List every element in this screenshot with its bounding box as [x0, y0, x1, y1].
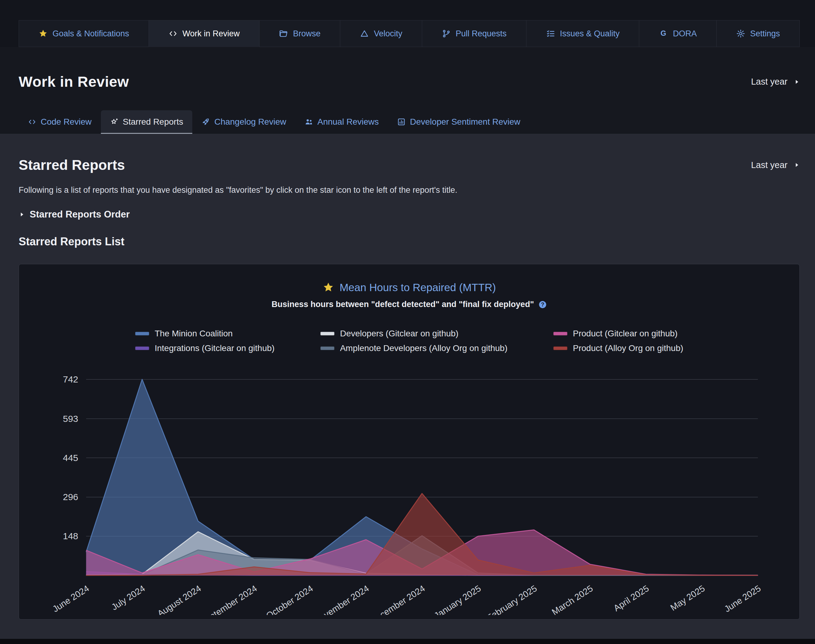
legend-swatch — [553, 347, 567, 350]
top-tab-label: Goals & Notifications — [52, 29, 129, 38]
top-tab-label: Settings — [750, 29, 780, 38]
rocket-icon — [201, 118, 210, 126]
period-label: Last year — [751, 77, 787, 87]
caret-right-icon — [18, 212, 25, 218]
chart-icon — [397, 118, 406, 126]
svg-text:September 2024: September 2024 — [198, 583, 258, 615]
top-tab-label: Issues & Quality — [560, 29, 620, 38]
order-toggle-label: Starred Reports Order — [30, 209, 130, 220]
top-tab-goals-notifications[interactable]: Goals & Notifications — [18, 20, 149, 47]
top-tab-settings[interactable]: Settings — [716, 20, 800, 47]
svg-text:148: 148 — [63, 531, 78, 541]
bottom-strip — [0, 639, 815, 644]
favorite-star-icon[interactable] — [323, 282, 334, 293]
mttr-area-chart: 148296445593742June 2024July 2024August … — [19, 362, 800, 615]
chart-title-link[interactable]: Mean Hours to Repaired (MTTR) — [340, 281, 496, 294]
top-tab-dora[interactable]: GDORA — [639, 20, 717, 47]
section-period-selector[interactable]: Last year — [751, 160, 800, 170]
top-tab-label: Work in Review — [183, 29, 240, 38]
folder-icon — [279, 29, 288, 38]
svg-text:March 2025: March 2025 — [550, 583, 595, 615]
star-sparkle-icon — [110, 118, 118, 126]
chart-legend: The Minion CoalitionDevelopers (Gitclear… — [19, 329, 800, 353]
people-icon — [304, 118, 313, 126]
section-title: Starred Reports — [18, 157, 125, 173]
svg-text:December 2024: December 2024 — [368, 583, 426, 615]
top-nav: Goals & NotificationsWork in ReviewBrows… — [0, 0, 815, 47]
code-icon — [28, 118, 36, 126]
top-tab-velocity[interactable]: Velocity — [340, 20, 422, 47]
svg-text:?: ? — [541, 301, 544, 307]
legend-swatch — [320, 347, 334, 350]
legend-label: Integrations (Gitclear on github) — [155, 343, 275, 353]
caret-right-icon — [793, 162, 800, 168]
legend-label: Product (Alloy Org on github) — [573, 343, 683, 353]
svg-text:742: 742 — [63, 374, 78, 384]
svg-text:August 2024: August 2024 — [155, 583, 203, 615]
svg-text:593: 593 — [63, 414, 78, 424]
mttr-report-card: Mean Hours to Repaired (MTTR) Business h… — [18, 264, 800, 619]
sub-tab-starred-reports[interactable]: Starred Reports — [101, 110, 192, 134]
legend-item-the-minion-coalition[interactable]: The Minion Coalition — [135, 329, 275, 339]
checklist-icon — [546, 29, 555, 38]
svg-text:July 2024: July 2024 — [110, 583, 147, 612]
legend-label: Amplenote Developers (Alloy Org on githu… — [340, 343, 507, 353]
top-tab-issues-quality[interactable]: Issues & Quality — [526, 20, 640, 47]
svg-text:296: 296 — [63, 492, 78, 502]
legend-swatch — [320, 332, 334, 336]
top-tab-work-in-review[interactable]: Work in Review — [149, 20, 260, 47]
sub-tab-changelog-review[interactable]: Changelog Review — [192, 110, 295, 134]
sub-tab-developer-sentiment-review[interactable]: Developer Sentiment Review — [388, 110, 529, 134]
legend-item-developers-gitclear-on-github[interactable]: Developers (Gitclear on github) — [320, 329, 507, 339]
starred-reports-order-toggle[interactable]: Starred Reports Order — [18, 209, 800, 220]
legend-label: Developers (Gitclear on github) — [340, 329, 458, 339]
top-tab-bar: Goals & NotificationsWork in ReviewBrows… — [18, 20, 800, 47]
caret-right-icon — [793, 79, 800, 85]
svg-text:November 2024: November 2024 — [312, 583, 371, 615]
branch-icon — [442, 29, 451, 38]
sub-tab-annual-reviews[interactable]: Annual Reviews — [295, 110, 388, 134]
top-tab-label: Pull Requests — [456, 29, 507, 38]
svg-text:June 2024: June 2024 — [51, 583, 91, 614]
sub-tab-label: Code Review — [41, 117, 92, 127]
triangle-icon — [360, 29, 369, 38]
starred-reports-list-heading: Starred Reports List — [18, 235, 800, 248]
sub-tab-bar: Code ReviewStarred ReportsChangelog Revi… — [18, 110, 800, 134]
top-tab-label: Velocity — [374, 29, 402, 38]
svg-text:February 2025: February 2025 — [485, 583, 539, 615]
legend-label: Product (Gitclear on github) — [573, 329, 677, 339]
page-period-selector[interactable]: Last year — [751, 77, 800, 87]
sub-tab-code-review[interactable]: Code Review — [18, 110, 101, 134]
sub-tab-label: Starred Reports — [123, 117, 183, 127]
svg-text:445: 445 — [63, 453, 78, 463]
legend-swatch — [553, 332, 567, 336]
svg-text:May 2025: May 2025 — [669, 583, 706, 613]
period-label: Last year — [751, 160, 787, 170]
svg-text:April 2025: April 2025 — [612, 583, 650, 613]
svg-text:June 2025: June 2025 — [723, 583, 763, 614]
legend-label: The Minion Coalition — [155, 329, 233, 339]
content-area: Starred Reports Last year Following is a… — [0, 134, 815, 639]
top-tab-browse[interactable]: Browse — [259, 20, 341, 47]
legend-item-product-alloy-org-on-github[interactable]: Product (Alloy Org on github) — [553, 343, 683, 353]
chart-subtitle: Business hours between "defect detected"… — [271, 300, 534, 309]
gear-icon — [736, 29, 745, 38]
sub-tab-label: Changelog Review — [214, 117, 286, 127]
code-icon — [168, 29, 178, 38]
legend-item-integrations-gitclear-on-github[interactable]: Integrations (Gitclear on github) — [135, 343, 275, 353]
svg-text:October 2024: October 2024 — [264, 583, 315, 615]
top-tab-pull-requests[interactable]: Pull Requests — [422, 20, 526, 47]
page-title: Work in Review — [18, 73, 129, 90]
section-description: Following is a list of reports that you … — [18, 186, 800, 195]
dora-icon: G — [659, 29, 668, 38]
sub-tab-label: Developer Sentiment Review — [410, 117, 520, 127]
legend-swatch — [135, 332, 149, 336]
svg-text:G: G — [661, 29, 666, 37]
legend-item-product-gitclear-on-github[interactable]: Product (Gitclear on github) — [553, 329, 683, 339]
svg-text:January 2025: January 2025 — [432, 583, 483, 615]
star-icon — [38, 29, 48, 38]
help-icon[interactable]: ? — [538, 300, 547, 309]
legend-swatch — [135, 347, 149, 350]
legend-item-amplenote-developers-alloy-org-on-github[interactable]: Amplenote Developers (Alloy Org on githu… — [320, 343, 507, 353]
sub-tab-label: Annual Reviews — [317, 117, 379, 127]
